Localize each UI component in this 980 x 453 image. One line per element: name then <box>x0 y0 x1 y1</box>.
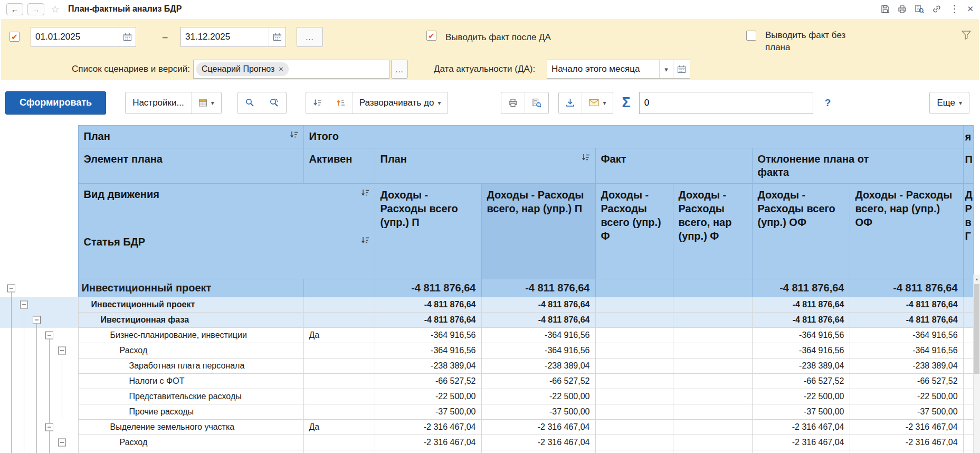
value-cell[interactable] <box>673 358 752 374</box>
value-cell[interactable]: -22 500,00 <box>375 389 481 404</box>
forward-button[interactable]: → <box>27 3 44 15</box>
row-active-cell[interactable]: Да <box>303 328 375 343</box>
value-cell[interactable]: -37 500,00 <box>481 404 595 420</box>
value-cell[interactable] <box>673 404 752 420</box>
column-header[interactable]: Доходы - Расходы всего (упр.) Ф <box>595 184 673 279</box>
sum-input[interactable] <box>639 92 813 114</box>
value-cell[interactable] <box>595 435 673 450</box>
value-cell[interactable] <box>673 297 752 313</box>
value-cell[interactable] <box>673 328 752 343</box>
value-cell[interactable] <box>673 279 752 297</box>
collapse-groups-button[interactable] <box>306 92 329 114</box>
value-cell[interactable] <box>595 297 673 313</box>
expand-toggle[interactable] <box>33 316 41 324</box>
vertical-scrollbar[interactable]: ▲ <box>973 275 980 453</box>
row-active-cell[interactable] <box>303 279 375 297</box>
value-cell[interactable] <box>673 343 752 358</box>
row-label-cell[interactable]: Расход <box>78 343 303 358</box>
value-cell[interactable]: -4 811 876,64 <box>850 313 963 328</box>
row-label-cell[interactable]: Инвестиционный проект <box>78 279 303 297</box>
value-cell[interactable] <box>595 279 673 297</box>
value-cell[interactable]: -2 316 467,04 <box>850 435 963 450</box>
print-preview-icon[interactable] <box>915 4 924 14</box>
help-link[interactable]: ? <box>825 97 831 109</box>
calendar-icon[interactable] <box>119 27 136 46</box>
expand-toggle[interactable] <box>7 284 15 292</box>
row-label-cell[interactable]: Расход <box>78 435 303 450</box>
expand-to-button[interactable]: Разворачивать до ▾ <box>352 92 448 114</box>
value-cell[interactable] <box>595 313 673 328</box>
more-menu-icon[interactable]: ⋮ <box>949 3 959 15</box>
search-next-button[interactable] <box>262 92 286 114</box>
row-label-cell[interactable]: Инвестиционный проект <box>78 297 303 313</box>
expand-toggle[interactable] <box>58 347 66 355</box>
row-active-cell[interactable] <box>303 404 375 420</box>
header-movement[interactable]: Вид движения <box>78 184 375 231</box>
fact-without-plan-label[interactable]: Выводить факт без плана <box>765 30 865 54</box>
print-button[interactable] <box>501 92 525 114</box>
dropdown-arrow-icon[interactable]: ▾ <box>659 60 673 78</box>
column-header[interactable]: Доходы - Расходы всего (упр.) ОФ <box>752 184 850 279</box>
header-article[interactable]: Статья БДР <box>78 231 375 279</box>
value-cell[interactable]: -4 811 876,64 <box>752 297 850 313</box>
value-cell[interactable]: -364 916,56 <box>850 343 963 358</box>
row-active-cell[interactable] <box>303 374 375 389</box>
period-checkbox[interactable]: ✔ <box>9 32 20 42</box>
row-label-cell[interactable]: Заработная плата персонала <box>78 358 303 374</box>
value-cell[interactable]: -2 316 467,04 <box>375 435 481 450</box>
row-label-cell[interactable]: Бизнес-планирование, инвестиции <box>78 328 303 343</box>
value-cell[interactable] <box>595 328 673 343</box>
value-cell[interactable]: -238 389,04 <box>850 358 963 374</box>
header-deviation[interactable]: Отклонение плана от факта <box>752 148 963 184</box>
row-active-cell[interactable] <box>303 435 375 450</box>
save-file-button[interactable] <box>559 92 582 114</box>
value-cell[interactable]: -37 500,00 <box>375 404 481 420</box>
expand-toggle[interactable] <box>45 332 53 339</box>
value-cell[interactable]: -2 316 467,04 <box>752 435 850 450</box>
value-cell[interactable]: -22 500,00 <box>481 389 595 404</box>
header-total-section[interactable]: Итого <box>303 126 963 148</box>
link-icon[interactable] <box>932 4 941 14</box>
print-icon[interactable] <box>898 5 907 14</box>
value-cell[interactable]: -238 389,04 <box>481 358 595 374</box>
value-cell[interactable]: -66 527,52 <box>850 374 963 389</box>
value-cell[interactable]: -2 316 467,04 <box>375 420 481 435</box>
value-cell[interactable]: -4 811 876,64 <box>375 313 481 328</box>
search-button[interactable] <box>238 92 262 114</box>
row-label-cell[interactable]: Представительские расходы <box>78 389 303 404</box>
date-to-input[interactable] <box>181 27 269 46</box>
value-cell[interactable]: -2 316 467,04 <box>481 420 595 435</box>
row-label-cell[interactable]: Выделение земельного участка <box>78 420 303 435</box>
value-cell[interactable]: -2 316 467,04 <box>752 420 850 435</box>
expand-groups-button[interactable] <box>329 92 352 114</box>
column-header[interactable]: Доходы - Расходы всего (упр.) П <box>375 184 481 279</box>
value-cell[interactable]: -66 527,52 <box>481 374 595 389</box>
value-cell[interactable]: -364 916,56 <box>375 328 481 343</box>
value-cell[interactable]: -653 174,56 <box>481 450 595 453</box>
value-cell[interactable]: -238 389,04 <box>752 358 850 374</box>
column-header[interactable]: Доходы - Расходы всего, нар (упр.) ОФ <box>850 184 963 279</box>
header-fact[interactable]: Факт <box>595 148 752 184</box>
more-button[interactable]: Еще ▾ <box>930 92 969 114</box>
value-cell[interactable] <box>673 389 752 404</box>
value-cell[interactable]: -2 316 467,04 <box>481 435 595 450</box>
expand-toggle[interactable] <box>45 423 53 431</box>
value-cell[interactable]: -37 500,00 <box>850 404 963 420</box>
fact-after-da-checkbox[interactable]: ✔ <box>426 31 436 41</box>
fact-without-plan-checkbox[interactable] <box>746 31 756 41</box>
value-cell[interactable]: -2 316 467,04 <box>850 420 963 435</box>
print-preview-button[interactable] <box>525 92 548 114</box>
fact-after-da-label[interactable]: Выводить факт после ДА <box>445 32 551 43</box>
header-plan[interactable]: План <box>375 148 595 184</box>
value-cell[interactable] <box>595 420 673 435</box>
value-cell[interactable]: -66 527,52 <box>375 374 481 389</box>
remove-tag-icon[interactable]: ✕ <box>278 65 283 73</box>
value-cell[interactable] <box>595 404 673 420</box>
row-active-cell[interactable] <box>303 389 375 404</box>
row-active-cell[interactable] <box>303 297 375 313</box>
settings-button[interactable]: Настройки... <box>126 92 191 114</box>
close-icon[interactable]: ✕ <box>967 4 974 14</box>
sort-icon[interactable] <box>582 154 590 162</box>
row-active-cell[interactable] <box>303 343 375 358</box>
value-cell[interactable] <box>595 343 673 358</box>
